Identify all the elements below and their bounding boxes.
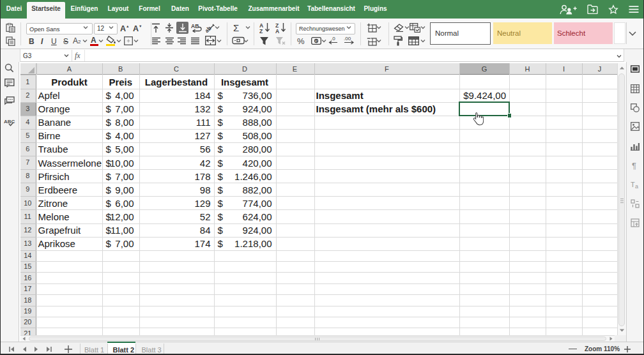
svg-text:Z: Z [259,28,263,34]
svg-text:a: a [635,183,638,189]
svg-text:ab: ab [206,25,213,33]
svg-text:¶: ¶ [632,161,636,170]
svg-text:A: A [275,28,279,34]
svg-text:T: T [631,181,635,188]
svg-text:AB: AB [191,23,199,29]
svg-text:.00: .00 [344,36,351,42]
svg-text:$: $ [315,39,318,44]
svg-text:.0: .0 [331,36,335,42]
